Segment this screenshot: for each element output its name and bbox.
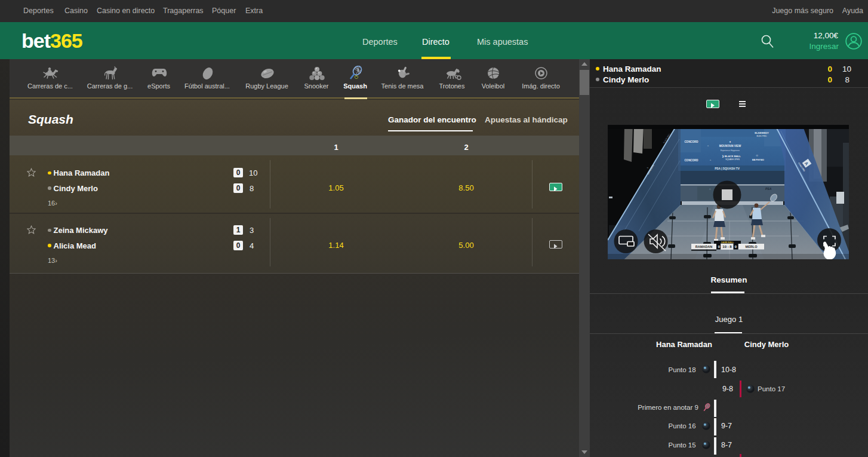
svg-text:ELSEWEDY: ELSEWEDY [755, 131, 769, 134]
svg-text:PSA: PSA [765, 187, 772, 191]
svg-text:CONCORD: CONCORD [684, 159, 698, 162]
svg-text:MOUNTAIN VIEW: MOUNTAIN VIEW [719, 145, 741, 148]
svg-text:BB PHYSIO: BB PHYSIO [752, 159, 764, 161]
svg-text:PSA | SQUASH TV: PSA | SQUASH TV [715, 167, 740, 170]
svg-text:RAMADAN: RAMADAN [695, 245, 712, 249]
svg-text:♦: ♦ [730, 140, 731, 143]
svg-text:Experience Happiness: Experience Happiness [721, 149, 740, 152]
svg-text:SQUASH OPEN: SQUASH OPEN [725, 158, 740, 161]
svg-text:MERLO: MERLO [746, 245, 758, 249]
svg-text:10 - 8: 10 - 8 [722, 245, 732, 249]
svg-text:⌂: ⌂ [707, 145, 709, 147]
svg-text:☺: ☺ [755, 154, 758, 157]
svg-text:GAME BALL: GAME BALL [721, 241, 734, 244]
svg-text:△: △ [709, 188, 711, 190]
svg-text:CONCORD: CONCORD [684, 140, 698, 143]
svg-text:ELECTRIC: ELECTRIC [757, 135, 767, 137]
svg-text:⌂: ⌂ [710, 159, 711, 161]
